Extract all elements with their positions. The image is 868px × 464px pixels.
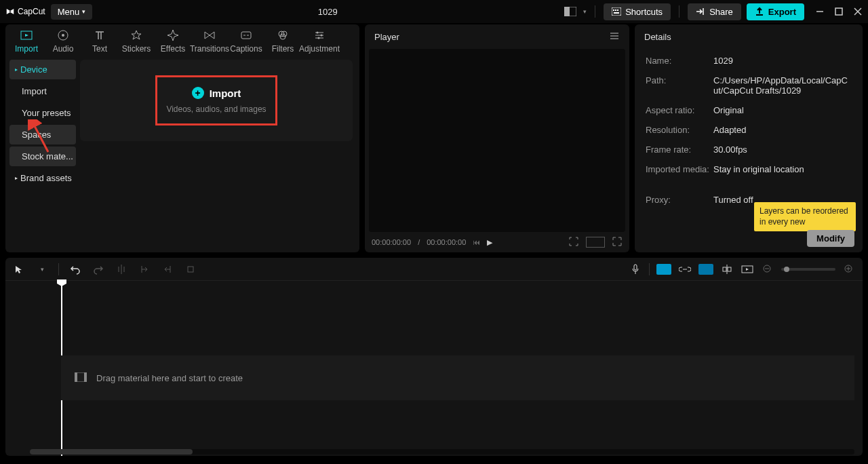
proxy-label: Proxy:: [646, 195, 713, 205]
sidebar-item-import[interactable]: Import: [9, 81, 76, 101]
time-current: 00:00:00:00: [372, 238, 411, 246]
player-viewport: [369, 49, 625, 232]
framerate-label: Frame rate:: [646, 144, 713, 155]
chevron-down-icon: ▾: [583, 8, 587, 15]
fullscreen-icon[interactable]: [612, 236, 623, 248]
align-icon[interactable]: [720, 263, 734, 276]
svg-rect-1: [564, 7, 570, 16]
svg-point-19: [321, 35, 323, 37]
tab-import[interactable]: Import: [8, 27, 45, 55]
audio-icon: [56, 28, 70, 42]
svg-rect-28: [728, 267, 731, 271]
import-dropzone[interactable]: + Import Videos, audios, and images: [80, 60, 353, 141]
timeline-tracks[interactable]: Drag material here and start to create: [5, 281, 863, 456]
import-tab-icon: [20, 28, 33, 42]
chevron-down-icon[interactable]: ▾: [35, 263, 49, 276]
framerate-value: 30.00fps: [713, 144, 852, 155]
export-icon: [755, 7, 764, 16]
media-icon: [75, 372, 87, 384]
magnet-on-icon[interactable]: [656, 264, 671, 275]
split-tool[interactable]: [115, 263, 128, 276]
hamburger-icon[interactable]: [609, 31, 620, 43]
export-button[interactable]: Export: [747, 3, 804, 20]
menu-button[interactable]: Menu ▾: [51, 4, 93, 20]
tab-filters[interactable]: Filters: [264, 27, 301, 55]
drop-text: Drag material here and start to create: [96, 373, 243, 383]
minimize-icon[interactable]: [815, 7, 825, 16]
svg-rect-8: [835, 8, 842, 15]
close-icon[interactable]: [853, 7, 863, 16]
import-title: Import: [210, 88, 241, 99]
imported-value: Stay in original location: [713, 164, 852, 174]
trim-right-icon[interactable]: [161, 263, 174, 276]
shortcuts-button[interactable]: Shortcuts: [604, 3, 671, 20]
tab-adjustment[interactable]: Adjustment: [301, 27, 338, 55]
trim-left-icon[interactable]: [138, 263, 151, 276]
aspect-value: Original: [713, 105, 852, 115]
chevron-down-icon: ▾: [82, 8, 85, 15]
time-total: 00:00:00:00: [427, 238, 466, 246]
tab-audio[interactable]: Audio: [45, 27, 81, 55]
svg-rect-5: [617, 9, 618, 11]
undo-button[interactable]: [68, 263, 82, 276]
preview-icon[interactable]: [741, 263, 754, 276]
svg-point-20: [318, 37, 320, 39]
svg-rect-6: [614, 12, 619, 14]
prev-button[interactable]: ⏮: [473, 238, 480, 246]
focus-icon[interactable]: [568, 236, 579, 248]
import-sidebar: ▸Device Import Your presets Spaces Stock…: [5, 56, 80, 252]
maximize-icon[interactable]: [834, 7, 844, 16]
svg-rect-24: [188, 267, 193, 272]
filters-icon: [276, 28, 290, 42]
sidebar-item-your-presets[interactable]: Your presets: [9, 103, 76, 123]
caret-icon: ▸: [15, 66, 18, 73]
zoom-slider[interactable]: [781, 268, 835, 271]
player-title: Player: [374, 32, 399, 42]
zoom-in-icon[interactable]: [842, 263, 856, 276]
zoom-out-icon[interactable]: [761, 263, 774, 276]
keyboard-icon: [612, 7, 621, 16]
import-subtitle: Videos, audios, and images: [164, 104, 269, 114]
svg-rect-25: [634, 265, 637, 270]
mic-icon[interactable]: [629, 263, 642, 276]
svg-rect-3: [613, 9, 614, 11]
name-value: 1029: [713, 56, 852, 66]
tab-effects[interactable]: Effects: [155, 27, 191, 55]
timeline-scrollbar[interactable]: [30, 449, 854, 455]
sidebar-item-stock-materials[interactable]: Stock mate...: [9, 147, 76, 166]
snap-icon[interactable]: [698, 264, 713, 275]
timeline-panel: ▾ Drag material here and start to create: [5, 258, 863, 456]
capcut-icon: [5, 7, 15, 16]
app-brand: CapCut: [18, 7, 45, 16]
svg-rect-36: [75, 372, 77, 382]
media-panel: Import Audio Text Stickers Effects Trans…: [5, 24, 359, 252]
resolution-label: Resolution:: [646, 125, 713, 135]
timeline-drop-hint[interactable]: Drag material here and start to create: [61, 355, 854, 400]
svg-rect-14: [241, 32, 251, 39]
sidebar-item-brand-assets[interactable]: ▸Brand assets: [9, 168, 76, 188]
tab-stickers[interactable]: Stickers: [118, 27, 155, 55]
sidebar-item-spaces[interactable]: Spaces: [9, 125, 76, 144]
layout-icon-button[interactable]: [563, 4, 578, 19]
titlebar-right: ▾ Shortcuts Share Export: [563, 3, 863, 20]
modify-button[interactable]: Modify: [807, 230, 854, 247]
svg-rect-2: [612, 7, 621, 16]
pointer-tool[interactable]: [12, 263, 26, 276]
layers-tooltip: Layers can be reordered in every new: [754, 202, 856, 231]
share-button[interactable]: Share: [688, 3, 741, 20]
player-panel: Player 00:00:00:00 / 00:00:00:00 ⏮ ▶: [365, 24, 629, 252]
project-title: 1029: [98, 7, 557, 17]
adjustment-icon: [313, 28, 326, 42]
tab-transitions[interactable]: Transitions: [191, 27, 228, 55]
aspect-ratio-toggle[interactable]: [586, 237, 605, 248]
tab-text[interactable]: Text: [81, 27, 118, 55]
redo-button[interactable]: [92, 263, 105, 276]
app-logo: CapCut: [5, 7, 45, 16]
stickers-icon: [130, 28, 143, 42]
sidebar-item-device[interactable]: ▸Device: [9, 60, 76, 79]
delete-button[interactable]: [184, 263, 197, 276]
path-label: Path:: [646, 75, 713, 96]
link-icon[interactable]: [678, 263, 692, 276]
play-button[interactable]: ▶: [487, 238, 492, 247]
tab-captions[interactable]: Captions: [228, 27, 264, 55]
